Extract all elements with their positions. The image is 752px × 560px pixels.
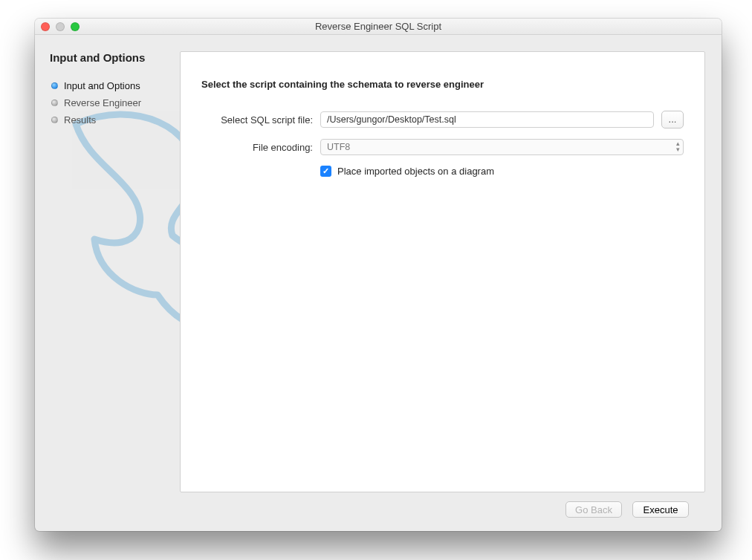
step-label: Input and Options [64, 80, 140, 91]
script-file-row: Select SQL script file: ... [201, 111, 684, 128]
zoom-icon[interactable] [71, 22, 80, 31]
window-title: Reverse Engineer SQL Script [315, 21, 441, 32]
sidebar: Input and Options Input and Options Reve… [35, 35, 180, 531]
dialog-window: Reverse Engineer SQL Script Input and Op… [35, 19, 722, 531]
check-icon: ✓ [322, 166, 329, 176]
encoding-row: File encoding: UTF8 ▴▾ [201, 139, 684, 155]
place-on-diagram-checkbox[interactable]: ✓ [320, 166, 331, 177]
step-dot-icon [51, 117, 58, 123]
titlebar: Reverse Engineer SQL Script [35, 19, 722, 35]
options-panel: Select the script containing the schemat… [180, 51, 705, 492]
execute-button[interactable]: Execute [632, 501, 689, 518]
script-file-input[interactable] [320, 111, 654, 128]
step-list: Input and Options Reverse Engineer Resul… [35, 77, 180, 128]
place-on-diagram-row: ✓ Place imported objects on a diagram [320, 166, 684, 177]
ellipsis-icon: ... [669, 114, 677, 125]
encoding-select-wrap: UTF8 ▴▾ [320, 139, 684, 155]
step-reverse-engineer[interactable]: Reverse Engineer [35, 94, 180, 111]
window-controls [41, 22, 80, 31]
main-pane: Select the script containing the schemat… [180, 35, 722, 531]
step-label: Results [64, 114, 96, 126]
step-dot-icon [51, 100, 58, 106]
sidebar-header: Input and Options [35, 42, 180, 77]
browse-button[interactable]: ... [661, 111, 684, 128]
place-on-diagram-label: Place imported objects on a diagram [337, 166, 494, 177]
go-back-button: Go Back [565, 501, 622, 518]
encoding-select[interactable]: UTF8 [320, 139, 684, 155]
section-title: Select the script containing the schemat… [201, 79, 684, 90]
close-icon[interactable] [41, 22, 50, 31]
minimize-icon [56, 22, 65, 31]
dialog-body: Input and Options Input and Options Reve… [35, 35, 722, 531]
step-input-options[interactable]: Input and Options [35, 77, 180, 94]
footer: Go Back Execute [180, 501, 705, 531]
encoding-value: UTF8 [327, 142, 350, 152]
step-label: Reverse Engineer [64, 97, 141, 108]
script-file-label: Select SQL script file: [201, 114, 313, 126]
step-results[interactable]: Results [35, 111, 180, 128]
step-dot-icon [51, 82, 58, 89]
encoding-label: File encoding: [201, 142, 313, 153]
